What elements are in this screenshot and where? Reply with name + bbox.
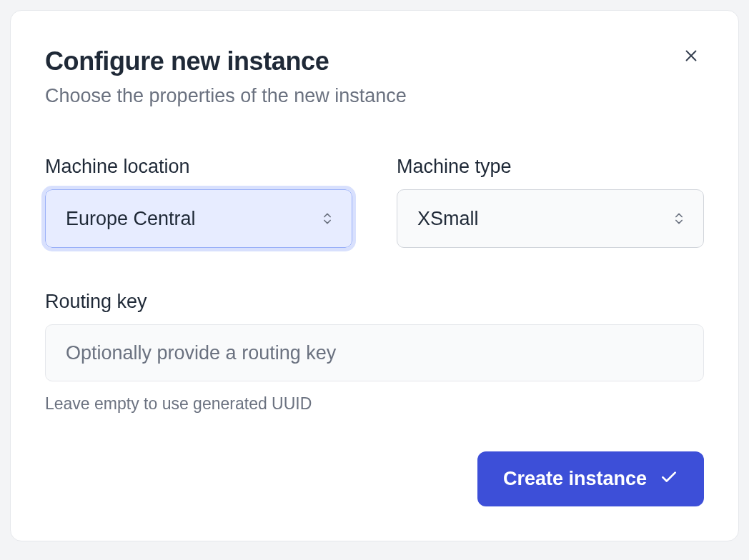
dialog-subtitle: Choose the properties of the new instanc… <box>45 85 704 107</box>
create-instance-button[interactable]: Create instance <box>477 451 704 506</box>
machine-type-label: Machine type <box>397 156 704 178</box>
machine-type-value: XSmall <box>417 208 479 230</box>
machine-location-value: Europe Central <box>66 208 196 230</box>
check-icon <box>660 467 678 491</box>
machine-type-select[interactable]: XSmall <box>397 189 704 248</box>
routing-key-label: Routing key <box>45 291 704 313</box>
chevron-up-down-icon <box>672 211 686 226</box>
close-button[interactable] <box>678 44 704 69</box>
chevron-up-down-icon <box>320 211 334 226</box>
configure-instance-dialog: Configure new instance Choose the proper… <box>10 10 739 541</box>
close-icon <box>683 48 699 66</box>
machine-location-select[interactable]: Europe Central <box>45 189 352 248</box>
routing-key-field: Routing key Leave empty to use generated… <box>45 291 704 414</box>
machine-location-field: Machine location Europe Central <box>45 156 352 248</box>
machine-type-field: Machine type XSmall <box>397 156 704 248</box>
routing-key-helper: Leave empty to use generated UUID <box>45 394 704 414</box>
dialog-title: Configure new instance <box>45 46 704 76</box>
routing-key-input[interactable] <box>45 324 704 381</box>
dialog-actions: Create instance <box>477 451 704 506</box>
form-row: Machine location Europe Central Machine … <box>45 156 704 248</box>
create-instance-label: Create instance <box>503 468 647 490</box>
machine-location-label: Machine location <box>45 156 352 178</box>
